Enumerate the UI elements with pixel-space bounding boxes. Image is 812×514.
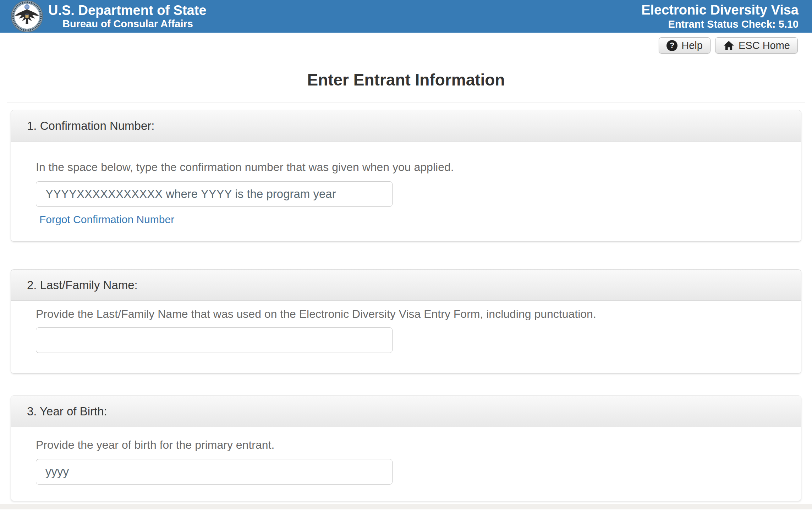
section-label: 2. Last/Family Name: <box>27 278 138 292</box>
instruction-text: Provide the Last/Family Name that was us… <box>36 308 776 321</box>
bureau-subtitle: Bureau of Consular Affairs <box>62 18 207 30</box>
help-button-label: Help <box>681 40 703 51</box>
section-label: 3. Year of Birth: <box>27 405 107 418</box>
confirmation-number-input[interactable] <box>36 181 393 207</box>
app-text: Electronic Diversity Visa Entrant Status… <box>641 2 812 30</box>
section-body: In the space below, type the confirmatio… <box>11 142 801 241</box>
question-circle-icon: ? <box>666 40 677 51</box>
section-year-of-birth: 3. Year of Birth: Provide the year of bi… <box>11 396 801 501</box>
year-of-birth-input[interactable] <box>36 459 393 485</box>
agency-title: U.S. Department of State <box>48 3 207 18</box>
link-row: Forgot Confirmation Number <box>36 213 776 228</box>
brand-text: U.S. Department of State Bureau of Consu… <box>48 3 207 30</box>
dos-seal-icon <box>11 0 43 33</box>
section-label: 1. Confirmation Number: <box>27 119 154 133</box>
last-family-name-input[interactable] <box>36 327 393 353</box>
section-last-family-name: 2. Last/Family Name: Provide the Last/Fa… <box>11 269 801 374</box>
section-body: Provide the Last/Family Name that was us… <box>11 301 801 373</box>
instruction-text: In the space below, type the confirmatio… <box>36 161 776 174</box>
forgot-confirmation-link[interactable]: Forgot Confirmation Number <box>39 214 174 225</box>
app-title: Electronic Diversity Visa <box>641 2 799 18</box>
footer-strip <box>0 504 812 509</box>
section-confirmation-number: 1. Confirmation Number: In the space bel… <box>11 110 801 242</box>
esc-home-button-label: ESC Home <box>739 40 790 51</box>
help-button[interactable]: ? Help <box>659 37 710 54</box>
section-body: Provide the year of birth for the primar… <box>11 427 801 501</box>
app-subtitle: Entrant Status Check: 5.10 <box>641 19 799 30</box>
section-header-confirmation-number: 1. Confirmation Number: <box>11 110 801 142</box>
section-header-last-family-name: 2. Last/Family Name: <box>11 270 801 301</box>
title-divider <box>7 103 805 103</box>
header-bar: U.S. Department of State Bureau of Consu… <box>0 0 812 33</box>
instruction-text: Provide the year of birth for the primar… <box>36 438 776 452</box>
brand-block: U.S. Department of State Bureau of Consu… <box>0 0 207 33</box>
page-title: Enter Entrant Information <box>0 70 812 89</box>
home-icon <box>723 40 735 51</box>
toolbar: ? Help ESC Home <box>0 37 798 54</box>
esc-home-button[interactable]: ESC Home <box>715 37 798 54</box>
section-header-year-of-birth: 3. Year of Birth: <box>11 396 801 427</box>
